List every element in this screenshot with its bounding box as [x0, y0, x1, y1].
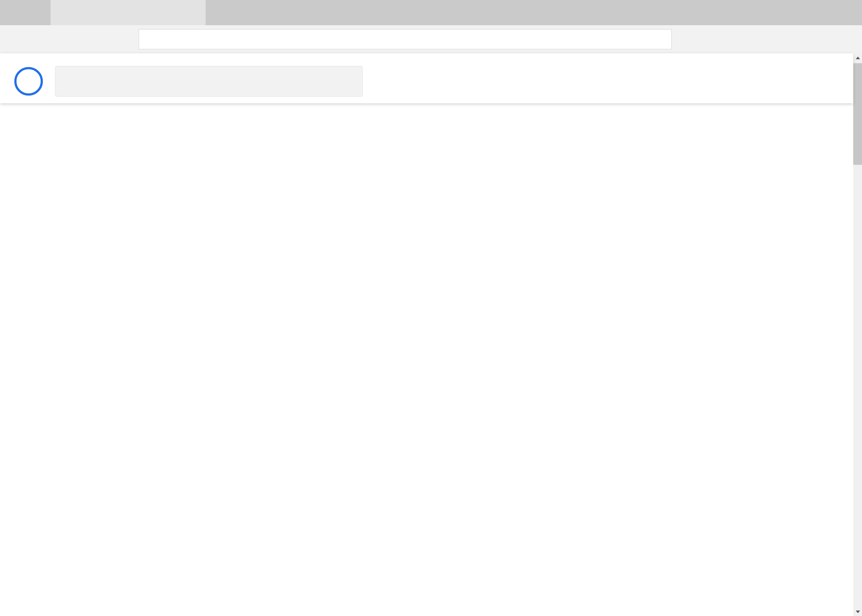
tab-list-button[interactable]	[233, 5, 249, 20]
back-button[interactable]	[4, 27, 28, 51]
home-icon	[103, 33, 115, 45]
add-favorite-button[interactable]	[699, 27, 723, 51]
set-tabs-aside-button[interactable]	[6, 5, 22, 20]
code-editor[interactable]	[222, 103, 853, 616]
new-tab-button[interactable]	[211, 5, 227, 20]
tab-preview-icon	[32, 7, 43, 18]
search-icon	[66, 75, 78, 87]
close-icon	[191, 9, 197, 16]
web-note-button[interactable]	[773, 27, 798, 51]
plus-icon	[214, 7, 224, 18]
more-options-button[interactable]	[834, 27, 858, 51]
share-page-button[interactable]	[804, 27, 828, 51]
browser-tab[interactable]	[50, 0, 206, 25]
refresh-icon	[72, 33, 84, 45]
browser-window	[0, 0, 862, 616]
ellipsis-icon	[840, 33, 851, 45]
home-button[interactable]	[97, 27, 121, 51]
back-icon	[11, 33, 22, 45]
hub-favorites-button[interactable]	[743, 27, 767, 51]
search-input[interactable]	[88, 75, 347, 87]
hub-icon	[750, 33, 761, 45]
reading-view-button[interactable]	[674, 27, 698, 51]
page-icon	[58, 8, 68, 17]
star-icon	[706, 33, 717, 45]
page-scrollbar[interactable]	[853, 53, 862, 616]
minimize-icon	[769, 9, 776, 16]
filebrowser-app	[0, 53, 853, 616]
refresh-button[interactable]	[66, 27, 90, 51]
tabs-aside-icon	[9, 7, 19, 18]
scrollbar-thumb[interactable]	[853, 63, 862, 165]
search-box[interactable]	[55, 66, 363, 97]
app-logo[interactable]	[14, 67, 43, 96]
chevron-down-icon	[235, 7, 246, 18]
maximize-icon	[805, 9, 812, 16]
main-area	[0, 103, 853, 616]
minimize-button[interactable]	[760, 0, 785, 25]
maximize-button[interactable]	[796, 0, 821, 25]
floppy-logo-icon	[20, 73, 36, 89]
tab-bar	[0, 0, 862, 25]
sidebar-items	[0, 103, 222, 106]
pen-icon	[780, 33, 791, 45]
sidebar	[0, 103, 222, 616]
navigation-bar	[0, 25, 862, 53]
close-window-button[interactable]	[832, 0, 856, 25]
scroll-up-button[interactable]	[853, 53, 862, 63]
scroll-down-button[interactable]	[853, 607, 862, 616]
reader-icon	[681, 33, 692, 45]
forward-button[interactable]	[35, 27, 59, 51]
address-bar[interactable]	[139, 29, 672, 50]
share-edge-icon	[810, 33, 821, 45]
forward-icon	[42, 33, 53, 45]
tab-preview-button[interactable]	[29, 5, 46, 20]
tab-close-button[interactable]	[187, 6, 200, 19]
app-header	[0, 53, 853, 103]
close-icon	[841, 9, 847, 16]
site-info-icon[interactable]	[145, 35, 155, 44]
